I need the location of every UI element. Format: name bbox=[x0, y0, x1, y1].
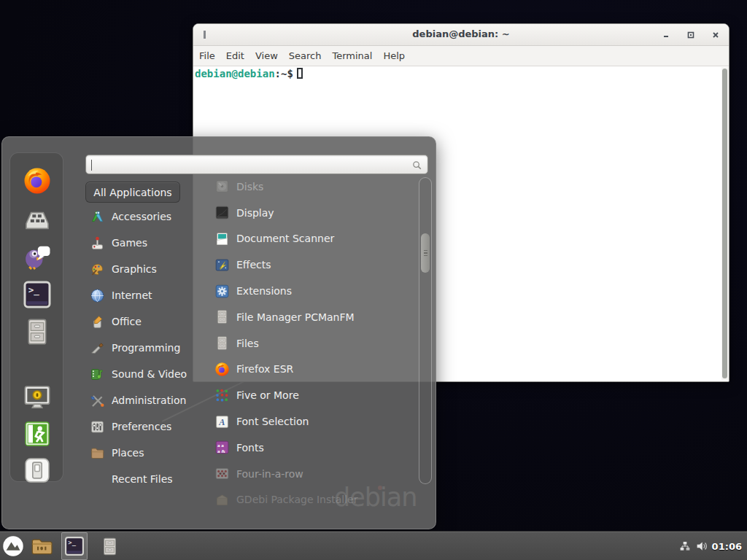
office-icon bbox=[90, 314, 105, 330]
svg-text:>_: >_ bbox=[28, 284, 40, 296]
app-item[interactable]: Firefox ESR bbox=[207, 357, 415, 383]
taskbar-terminal[interactable]: >_ bbox=[61, 532, 88, 560]
application-list: DisksDisplayDocument ScannerEffectsExten… bbox=[207, 174, 415, 515]
app-item[interactable]: Four-in-a-row bbox=[207, 461, 415, 487]
scanner-icon bbox=[214, 231, 230, 246]
favorite-lock-screen[interactable] bbox=[23, 383, 52, 412]
games-icon bbox=[90, 236, 105, 251]
category-item[interactable]: Games bbox=[85, 230, 206, 256]
taskbar-file-manager[interactable] bbox=[29, 532, 54, 560]
terminal-menu-file[interactable]: File bbox=[199, 50, 215, 61]
clock[interactable]: 01:06 bbox=[712, 532, 742, 560]
category-item[interactable]: Preferences bbox=[85, 413, 206, 440]
terminal-menu-search[interactable]: Search bbox=[289, 50, 322, 61]
app-label: Files bbox=[236, 338, 259, 349]
app-label: Extensions bbox=[236, 285, 292, 297]
category-label: Administration bbox=[112, 394, 186, 406]
category-label: Games bbox=[112, 237, 147, 249]
category-item[interactable]: Accessories bbox=[85, 203, 206, 230]
terminal-menu-help[interactable]: Help bbox=[383, 50, 405, 61]
terminal-menu-edit[interactable]: Edit bbox=[226, 50, 244, 61]
text-caret bbox=[91, 160, 92, 171]
app-label: Firefox ESR bbox=[236, 363, 293, 375]
cabinet-icon bbox=[214, 335, 230, 351]
taskbar-network-icon[interactable] bbox=[678, 532, 692, 560]
svg-text:>_: >_ bbox=[68, 539, 76, 546]
taskbar: 01:06 >_ bbox=[0, 531, 747, 560]
terminal-scrollbar[interactable] bbox=[721, 67, 729, 380]
app-label: Effects bbox=[236, 259, 271, 271]
search-input[interactable] bbox=[85, 155, 428, 174]
accessories-icon bbox=[90, 209, 105, 225]
menu-scrollbar[interactable] bbox=[419, 177, 432, 484]
disks-icon bbox=[214, 179, 230, 194]
app-label: Four-in-a-row bbox=[236, 468, 303, 480]
none-icon bbox=[90, 472, 105, 487]
maximize-button[interactable] bbox=[686, 31, 695, 39]
graphics-icon bbox=[90, 262, 105, 277]
terminal-cursor bbox=[297, 68, 303, 79]
administration-icon bbox=[90, 393, 105, 408]
favorite-accessibility[interactable] bbox=[23, 204, 52, 233]
app-item[interactable]: Extensions bbox=[207, 278, 415, 304]
fiveormore-icon bbox=[214, 388, 230, 403]
category-item[interactable]: Administration bbox=[85, 387, 206, 413]
favorite-files[interactable] bbox=[23, 317, 52, 346]
app-item[interactable]: Disks bbox=[207, 174, 415, 200]
fourinarow-icon bbox=[214, 466, 230, 481]
app-label: Disks bbox=[236, 181, 263, 192]
all-applications-button[interactable]: All Applications bbox=[85, 182, 180, 203]
app-item[interactable]: Display bbox=[207, 200, 415, 226]
taskbar-volume-icon[interactable] bbox=[694, 532, 709, 560]
app-item[interactable]: File Manager PCManFM bbox=[207, 304, 415, 330]
terminal-menubar: FileEditViewSearchTerminalHelp bbox=[193, 46, 729, 66]
favorite-shutdown[interactable] bbox=[23, 456, 52, 485]
app-item[interactable]: Document Scanner bbox=[207, 226, 415, 252]
category-item[interactable]: Places bbox=[85, 440, 206, 466]
favorite-terminal[interactable]: >_ bbox=[23, 280, 52, 309]
gdebi-icon bbox=[214, 492, 230, 508]
category-item[interactable]: Office bbox=[85, 308, 206, 335]
terminal-menu-view[interactable]: View bbox=[255, 50, 278, 61]
minimize-button[interactable] bbox=[662, 31, 670, 39]
taskbar-menu-button[interactable] bbox=[1, 532, 25, 560]
app-item[interactable]: a aa &Fonts bbox=[207, 435, 415, 461]
svg-text:a &: a & bbox=[217, 448, 225, 454]
app-item[interactable]: AFont Selection bbox=[207, 408, 415, 435]
cabinet-icon bbox=[214, 309, 230, 324]
category-item[interactable]: Recent Files bbox=[85, 466, 206, 492]
app-item[interactable]: Five or More bbox=[207, 382, 415, 408]
extensions-icon bbox=[214, 284, 230, 299]
effects-icon bbox=[214, 257, 230, 273]
terminal-scrollbar-thumb[interactable] bbox=[722, 69, 727, 378]
app-item[interactable]: Effects bbox=[207, 252, 415, 278]
close-button[interactable] bbox=[711, 31, 720, 39]
favorite-pidgin[interactable] bbox=[23, 241, 52, 271]
application-menu: >_ All Applications AccessoriesGamesGrap… bbox=[1, 136, 436, 529]
category-label: Sound & Video bbox=[112, 368, 187, 380]
svg-text:A: A bbox=[218, 417, 225, 427]
category-label: Graphics bbox=[112, 263, 157, 275]
app-label: Fonts bbox=[236, 442, 264, 454]
app-item[interactable]: GDebi Package Installer bbox=[207, 487, 415, 513]
search-icon bbox=[411, 160, 422, 171]
app-label: Five or More bbox=[236, 389, 299, 401]
category-item[interactable]: Programming bbox=[85, 335, 206, 361]
terminal-menu-terminal[interactable]: Terminal bbox=[332, 50, 372, 61]
favorite-log-out[interactable] bbox=[23, 419, 52, 448]
app-label: GDebi Package Installer bbox=[236, 494, 357, 505]
app-label: Document Scanner bbox=[236, 233, 334, 244]
category-item[interactable]: Internet bbox=[85, 282, 206, 308]
menu-scrollbar-thumb[interactable] bbox=[421, 233, 430, 273]
terminal-titlebar[interactable]: debian@debian: ~ bbox=[193, 24, 729, 46]
category-label: Preferences bbox=[112, 421, 171, 432]
category-label: Accessories bbox=[112, 211, 171, 222]
category-item[interactable]: Graphics bbox=[85, 256, 206, 282]
app-item[interactable]: Files bbox=[207, 330, 415, 357]
favorite-firefox[interactable] bbox=[23, 166, 52, 195]
category-label: Recent Files bbox=[112, 473, 173, 485]
category-item[interactable]: Sound & Video bbox=[85, 361, 206, 387]
fontselect-icon: A bbox=[214, 414, 230, 429]
terminal-title: debian@debian: ~ bbox=[193, 28, 729, 39]
taskbar-files[interactable] bbox=[98, 532, 121, 560]
